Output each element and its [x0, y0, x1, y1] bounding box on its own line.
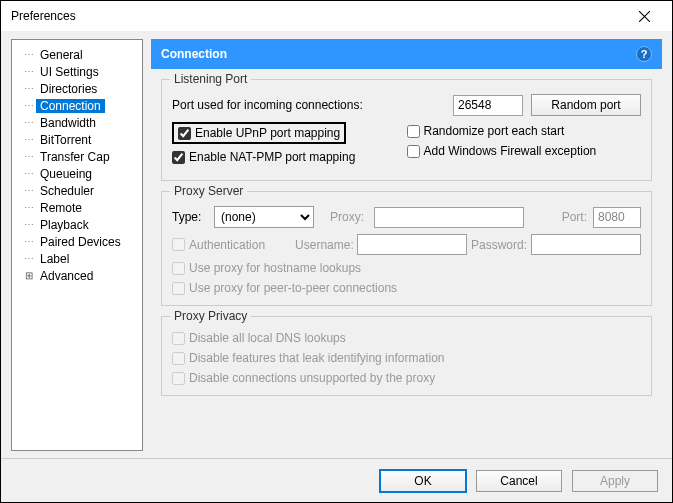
tree-bullet-icon: ⋯ [22, 117, 36, 128]
panel-title: Connection [161, 47, 227, 61]
tree-item-label: Bandwidth [36, 116, 100, 130]
tree-item-playback[interactable]: ⋯Playback [12, 216, 142, 233]
tree-item-label: Scheduler [36, 184, 98, 198]
proxy-host-label: Proxy: [330, 210, 374, 224]
tree-bullet-icon: ⋯ [22, 202, 36, 213]
tree-item-bandwidth[interactable]: ⋯Bandwidth [12, 114, 142, 131]
tree-item-general[interactable]: ⋯General [12, 46, 142, 63]
firewall-checkbox-input[interactable] [407, 145, 420, 158]
hostname-lookup-input [172, 262, 185, 275]
tree-bullet-icon: ⋯ [22, 151, 36, 162]
settings-panel: Connection ? Listening Port Port used fo… [151, 39, 662, 451]
proxy-privacy-group: Proxy Privacy Disable all local DNS look… [161, 316, 652, 396]
natpmp-checkbox-input[interactable] [172, 151, 185, 164]
firewall-checkbox[interactable]: Add Windows Firewall exception [407, 144, 597, 158]
proxy-host-input [374, 207, 524, 228]
proxy-server-legend: Proxy Server [170, 184, 247, 198]
tree-item-directories[interactable]: ⋯Directories [12, 80, 142, 97]
proxy-type-select[interactable]: (none) [214, 206, 314, 228]
proxy-server-group: Proxy Server Type: (none) Proxy: Port: [161, 191, 652, 306]
window-title: Preferences [11, 9, 622, 23]
apply-button: Apply [572, 470, 658, 492]
proxy-privacy-legend: Proxy Privacy [170, 309, 251, 323]
tree-bullet-icon: ⋯ [22, 168, 36, 179]
tree-item-label: Paired Devices [36, 235, 125, 249]
tree-item-remote[interactable]: ⋯Remote [12, 199, 142, 216]
tree-item-queueing[interactable]: ⋯Queueing [12, 165, 142, 182]
tree-item-bittorrent[interactable]: ⋯BitTorrent [12, 131, 142, 148]
leak-checkbox-input [172, 352, 185, 365]
randomize-checkbox[interactable]: Randomize port each start [407, 124, 565, 138]
tree-item-label: Connection [36, 99, 105, 113]
listening-port-legend: Listening Port [170, 72, 251, 86]
p2p-proxy-checkbox: Use proxy for peer-to-peer connections [172, 281, 397, 295]
close-button[interactable] [622, 2, 666, 30]
tree-item-ui-settings[interactable]: ⋯UI Settings [12, 63, 142, 80]
tree-bullet-icon: ⋯ [22, 219, 36, 230]
upnp-checkbox[interactable]: Enable UPnP port mapping [178, 126, 340, 140]
preferences-window: Preferences ⋯General⋯UI Settings⋯Directo… [0, 0, 673, 503]
tree-item-scheduler[interactable]: ⋯Scheduler [12, 182, 142, 199]
proxy-port-label: Port: [562, 210, 587, 224]
dialog-body: ⋯General⋯UI Settings⋯Directories⋯Connect… [1, 31, 672, 451]
tree-bullet-icon: ⋯ [22, 66, 36, 77]
tree-item-label: UI Settings [36, 65, 103, 79]
unsupported-label: Disable connections unsupported by the p… [189, 371, 435, 385]
tree-item-connection[interactable]: ⋯Connection [12, 97, 142, 114]
tree-item-label[interactable]: ⋯Label [12, 250, 142, 267]
close-icon [639, 11, 650, 22]
auth-label: Authentication [189, 238, 265, 252]
unsupported-checkbox: Disable connections unsupported by the p… [172, 371, 435, 385]
randomize-label: Randomize port each start [424, 124, 565, 138]
p2p-proxy-input [172, 282, 185, 295]
tree-item-label: Directories [36, 82, 101, 96]
password-input [531, 234, 641, 255]
ok-button[interactable]: OK [380, 470, 466, 492]
dns-checkbox: Disable all local DNS lookups [172, 331, 346, 345]
username-label: Username: [295, 238, 357, 252]
tree-item-label: Playback [36, 218, 93, 232]
help-icon[interactable]: ? [636, 46, 652, 62]
tree-bullet-icon: ⋯ [22, 253, 36, 264]
panel-header: Connection ? [151, 39, 662, 69]
tree-item-label: General [36, 48, 87, 62]
titlebar: Preferences [1, 1, 672, 31]
tree-item-label: Transfer Cap [36, 150, 114, 164]
port-input[interactable] [453, 95, 523, 116]
tree-bullet-icon: ⋯ [22, 83, 36, 94]
dialog-footer: OK Cancel Apply [1, 458, 672, 502]
proxy-port-input [593, 207, 641, 228]
tree-item-advanced[interactable]: ⊞Advanced [12, 267, 142, 284]
tree-item-paired-devices[interactable]: ⋯Paired Devices [12, 233, 142, 250]
auth-checkbox: Authentication [172, 238, 265, 252]
dns-label: Disable all local DNS lookups [189, 331, 346, 345]
randomize-checkbox-input[interactable] [407, 125, 420, 138]
tree-bullet-icon: ⋯ [22, 100, 36, 111]
auth-checkbox-input [172, 238, 185, 251]
expand-icon[interactable]: ⊞ [22, 270, 36, 281]
leak-checkbox: Disable features that leak identifying i… [172, 351, 444, 365]
natpmp-label: Enable NAT-PMP port mapping [189, 150, 355, 164]
tree-item-label: Label [36, 252, 73, 266]
tree-item-transfer-cap[interactable]: ⋯Transfer Cap [12, 148, 142, 165]
hostname-lookup-checkbox: Use proxy for hostname lookups [172, 261, 361, 275]
upnp-label: Enable UPnP port mapping [195, 126, 340, 140]
tree-bullet-icon: ⋯ [22, 134, 36, 145]
dns-checkbox-input [172, 332, 185, 345]
cancel-button[interactable]: Cancel [476, 470, 562, 492]
tree-bullet-icon: ⋯ [22, 236, 36, 247]
natpmp-checkbox[interactable]: Enable NAT-PMP port mapping [172, 150, 355, 164]
tree-item-label: BitTorrent [36, 133, 95, 147]
hostname-lookup-label: Use proxy for hostname lookups [189, 261, 361, 275]
tree-item-label: Advanced [36, 269, 97, 283]
tree-item-label: Queueing [36, 167, 96, 181]
upnp-checkbox-input[interactable] [178, 127, 191, 140]
random-port-button[interactable]: Random port [531, 94, 641, 116]
username-input [357, 234, 467, 255]
category-tree[interactable]: ⋯General⋯UI Settings⋯Directories⋯Connect… [11, 39, 143, 451]
p2p-proxy-label: Use proxy for peer-to-peer connections [189, 281, 397, 295]
leak-label: Disable features that leak identifying i… [189, 351, 444, 365]
tree-bullet-icon: ⋯ [22, 185, 36, 196]
tree-item-label: Remote [36, 201, 86, 215]
upnp-highlight: Enable UPnP port mapping [172, 122, 346, 144]
